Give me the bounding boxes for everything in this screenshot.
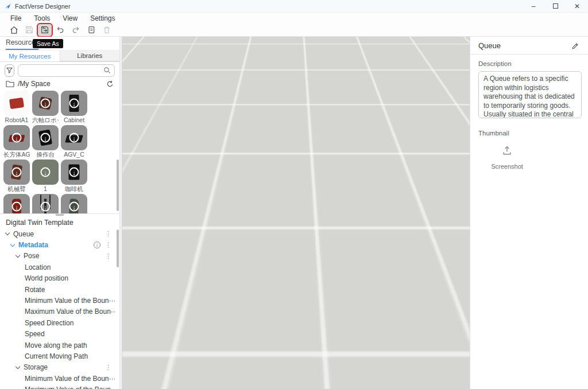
screenshot-upload[interactable]: Screenshot [489, 145, 525, 170]
object-name-badge[interactable]: Name [287, 130, 307, 139]
tray-shadow [196, 225, 392, 227]
menu-settings[interactable]: Settings [90, 14, 115, 22]
tree-item-speed[interactable]: Speed [0, 329, 115, 340]
properties-header: Queue [470, 37, 588, 55]
tree-item-max-bound[interactable]: Maximum Value of the Boun··· [0, 306, 115, 317]
tree-scrollbar[interactable] [117, 229, 119, 267]
resource-label: 机械臂 [3, 185, 30, 193]
orbit-left-button[interactable] [457, 55, 467, 65]
resources-scrollbar[interactable] [117, 160, 119, 211]
tree-item-storage-min-bound[interactable]: Minimum Value of the Boun··· [0, 373, 115, 384]
current-path: /My Space [18, 80, 103, 88]
more-menu-icon[interactable]: ⋮ [105, 364, 111, 371]
menu-tools[interactable]: Tools [34, 14, 50, 22]
save-as-button[interactable] [38, 24, 52, 36]
menu-view[interactable]: View [63, 14, 78, 22]
resources-panel: Resources My Resources Libraries / [0, 37, 119, 389]
queue-tray-surface[interactable] [207, 186, 383, 221]
resource-label: 1 [32, 185, 59, 193]
description-textarea[interactable]: A Queue refers to a specific region with… [478, 71, 582, 118]
viewport-3d[interactable]: Name ⚙ ▦ [122, 37, 470, 389]
resource-label: 操作台 [32, 150, 59, 159]
download-icon: ↓ [69, 133, 79, 143]
tree-item-queue[interactable]: Queue ⋮ [0, 228, 115, 239]
viewport-settings-button[interactable]: ⚙ [458, 39, 467, 48]
tree-item-storage-max-bound[interactable]: Maximum Value of the Boun··· [0, 384, 115, 389]
save-icon [25, 25, 34, 34]
info-icon[interactable]: i [94, 242, 100, 248]
search-input[interactable] [22, 67, 103, 74]
edit-pencil-icon[interactable] [571, 41, 580, 50]
chevron-down-icon[interactable] [16, 253, 20, 258]
tree-item-pose[interactable]: Pose ⋮ [0, 251, 115, 262]
resource-item-godzilla[interactable]: ↓ Godzilla [61, 194, 87, 213]
delete-button[interactable] [100, 24, 114, 36]
more-menu-icon[interactable]: ⋮ [105, 230, 111, 238]
chevron-down-icon [442, 40, 446, 45]
filter-icon [6, 67, 13, 74]
more-menu-icon[interactable]: ⋮ [105, 242, 111, 249]
viewport-grid-button[interactable]: ▦ [459, 71, 467, 80]
undo-button[interactable] [53, 24, 67, 36]
resource-item-1[interactable]: ↓ 1 [32, 160, 59, 193]
download-icon: ↓ [41, 133, 51, 143]
object-title: Queue [478, 41, 571, 50]
tree-item-metadata[interactable]: Metadata i ⋮ [0, 239, 115, 250]
download-icon: ↓ [12, 168, 22, 177]
queue-object-scene [122, 37, 470, 389]
resource-label: Cabinet [61, 116, 87, 125]
download-icon: ↓ [12, 202, 22, 212]
menu-file[interactable]: File [10, 14, 21, 22]
maximize-button[interactable] [544, 0, 566, 12]
chevron-down-icon[interactable] [5, 231, 10, 235]
digital-twin-template-header: Digital Twin Template [0, 216, 119, 228]
tab-my-resources[interactable]: My Resources [0, 50, 60, 61]
document-button[interactable] [84, 24, 98, 36]
chevron-left-icon [459, 58, 464, 63]
filter-button[interactable] [5, 64, 14, 77]
minimize-button[interactable]: – [523, 0, 544, 12]
view-orientation-cube[interactable] [435, 51, 457, 73]
title-bar: FactVerse Designer – ✕ [0, 0, 588, 13]
resource-item-men-g[interactable]: ↓ men_G [32, 194, 59, 213]
tree-item-move-along-path[interactable]: Move along the path [0, 340, 115, 351]
tree-item-current-moving-path[interactable]: Current Moving Path [0, 351, 115, 361]
resource-item-console[interactable]: ↓ 操作台 [32, 125, 59, 159]
resource-item-sixaxis-robot[interactable]: ↓ 六軸ロボッ··· [32, 91, 59, 125]
resource-item-cuboid-agv[interactable]: ↓ 长方体AGV [3, 125, 30, 159]
tree-item-rotate[interactable]: Rotate [0, 284, 115, 295]
orbit-right-button[interactable] [423, 55, 433, 65]
tree-item-world-position[interactable]: World position [0, 273, 115, 284]
resource-item-cabinet[interactable]: ↓ Cabinet [61, 91, 87, 125]
home-button[interactable] [7, 24, 21, 36]
orbit-down-button[interactable] [439, 38, 449, 49]
refresh-icon[interactable] [106, 80, 114, 88]
chevron-down-icon[interactable] [16, 364, 20, 369]
panel-splitter[interactable] [0, 213, 119, 216]
download-icon: ↓ [41, 202, 51, 212]
tree-item-storage[interactable]: Storage ⋮ [0, 362, 115, 373]
robot-thumbnail [9, 98, 24, 109]
folder-icon [6, 80, 14, 88]
resource-item-coffee-machine[interactable]: ↓ 咖啡机 [61, 160, 87, 193]
chevron-down-icon[interactable] [10, 242, 15, 246]
tree-item-min-bound[interactable]: Minimum Value of the Boun··· [0, 295, 115, 306]
resource-item-renti[interactable]: ↓ RenTi_2020··· [3, 194, 30, 213]
more-menu-icon[interactable]: ⋮ [105, 252, 111, 260]
resource-label: 长方体AGV [3, 150, 30, 159]
save-button[interactable] [22, 24, 36, 36]
path-row: /My Space [0, 79, 119, 89]
tab-libraries[interactable]: Libraries [60, 50, 120, 61]
close-button[interactable]: ✕ [566, 0, 588, 12]
redo-button[interactable] [69, 24, 83, 36]
tree-item-speed-direction[interactable]: Speed Direction [0, 317, 115, 328]
resource-item-robot-arm[interactable]: ↓ 机械臂 [3, 160, 30, 193]
search-icon[interactable] [103, 67, 111, 74]
resource-label: 咖啡机 [61, 185, 87, 193]
right-handle-sphere[interactable] [380, 195, 388, 203]
resource-item-agv-c[interactable]: ↓ AGV_C [61, 125, 87, 159]
resource-item-robota1[interactable]: RobotA1 [3, 91, 30, 125]
left-handle-sphere[interactable] [201, 196, 209, 204]
tree-item-location[interactable]: Location [0, 262, 115, 273]
download-icon: ↓ [69, 99, 79, 108]
